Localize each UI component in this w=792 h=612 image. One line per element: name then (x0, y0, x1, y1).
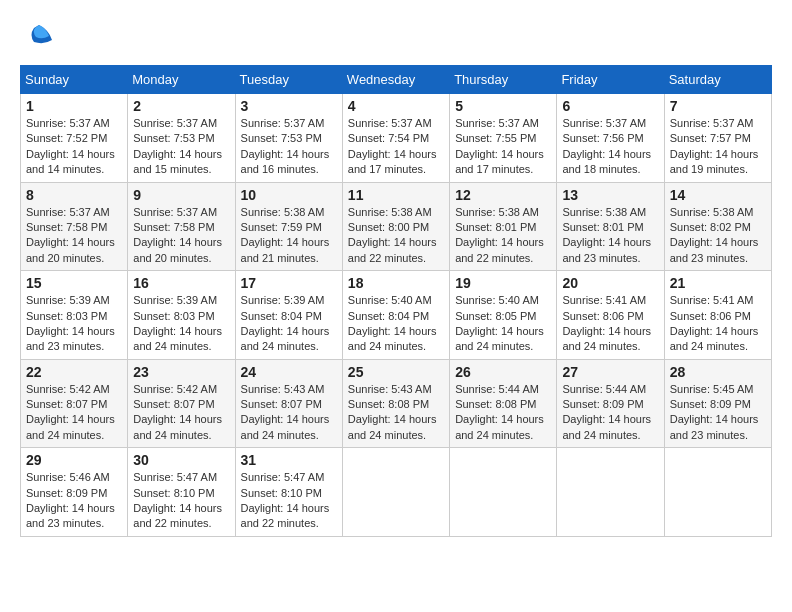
header-day-friday: Friday (557, 66, 664, 94)
day-number: 7 (670, 98, 766, 114)
day-number: 5 (455, 98, 551, 114)
day-info: Sunrise: 5:38 AMSunset: 8:01 PMDaylight:… (562, 205, 658, 267)
calendar-cell (450, 448, 557, 537)
day-number: 31 (241, 452, 337, 468)
day-number: 14 (670, 187, 766, 203)
day-number: 30 (133, 452, 229, 468)
calendar-cell: 1 Sunrise: 5:37 AMSunset: 7:52 PMDayligh… (21, 94, 128, 183)
day-number: 8 (26, 187, 122, 203)
day-number: 6 (562, 98, 658, 114)
calendar-cell: 4 Sunrise: 5:37 AMSunset: 7:54 PMDayligh… (342, 94, 449, 183)
calendar-cell: 9 Sunrise: 5:37 AMSunset: 7:58 PMDayligh… (128, 182, 235, 271)
calendar-cell: 15 Sunrise: 5:39 AMSunset: 8:03 PMDaylig… (21, 271, 128, 360)
week-row-3: 15 Sunrise: 5:39 AMSunset: 8:03 PMDaylig… (21, 271, 772, 360)
day-info: Sunrise: 5:37 AMSunset: 7:56 PMDaylight:… (562, 116, 658, 178)
calendar-cell: 18 Sunrise: 5:40 AMSunset: 8:04 PMDaylig… (342, 271, 449, 360)
calendar-cell (342, 448, 449, 537)
day-info: Sunrise: 5:37 AMSunset: 7:57 PMDaylight:… (670, 116, 766, 178)
day-info: Sunrise: 5:42 AMSunset: 8:07 PMDaylight:… (133, 382, 229, 444)
day-info: Sunrise: 5:40 AMSunset: 8:04 PMDaylight:… (348, 293, 444, 355)
page-container: SundayMondayTuesdayWednesdayThursdayFrid… (20, 20, 772, 537)
day-info: Sunrise: 5:45 AMSunset: 8:09 PMDaylight:… (670, 382, 766, 444)
day-number: 21 (670, 275, 766, 291)
day-number: 26 (455, 364, 551, 380)
day-info: Sunrise: 5:47 AMSunset: 8:10 PMDaylight:… (241, 470, 337, 532)
day-number: 17 (241, 275, 337, 291)
calendar-cell: 5 Sunrise: 5:37 AMSunset: 7:55 PMDayligh… (450, 94, 557, 183)
day-info: Sunrise: 5:37 AMSunset: 7:53 PMDaylight:… (133, 116, 229, 178)
calendar-cell: 17 Sunrise: 5:39 AMSunset: 8:04 PMDaylig… (235, 271, 342, 360)
calendar-cell: 19 Sunrise: 5:40 AMSunset: 8:05 PMDaylig… (450, 271, 557, 360)
day-info: Sunrise: 5:38 AMSunset: 8:01 PMDaylight:… (455, 205, 551, 267)
calendar-cell: 28 Sunrise: 5:45 AMSunset: 8:09 PMDaylig… (664, 359, 771, 448)
day-number: 15 (26, 275, 122, 291)
day-number: 19 (455, 275, 551, 291)
day-info: Sunrise: 5:42 AMSunset: 8:07 PMDaylight:… (26, 382, 122, 444)
calendar-cell: 12 Sunrise: 5:38 AMSunset: 8:01 PMDaylig… (450, 182, 557, 271)
day-number: 3 (241, 98, 337, 114)
calendar-cell: 8 Sunrise: 5:37 AMSunset: 7:58 PMDayligh… (21, 182, 128, 271)
calendar-cell: 11 Sunrise: 5:38 AMSunset: 8:00 PMDaylig… (342, 182, 449, 271)
day-number: 28 (670, 364, 766, 380)
calendar-cell: 26 Sunrise: 5:44 AMSunset: 8:08 PMDaylig… (450, 359, 557, 448)
logo-text (20, 20, 54, 55)
day-info: Sunrise: 5:39 AMSunset: 8:03 PMDaylight:… (133, 293, 229, 355)
day-number: 4 (348, 98, 444, 114)
day-number: 18 (348, 275, 444, 291)
day-info: Sunrise: 5:37 AMSunset: 7:52 PMDaylight:… (26, 116, 122, 178)
day-info: Sunrise: 5:38 AMSunset: 8:00 PMDaylight:… (348, 205, 444, 267)
day-info: Sunrise: 5:44 AMSunset: 8:08 PMDaylight:… (455, 382, 551, 444)
day-number: 1 (26, 98, 122, 114)
day-info: Sunrise: 5:37 AMSunset: 7:55 PMDaylight:… (455, 116, 551, 178)
day-info: Sunrise: 5:43 AMSunset: 8:07 PMDaylight:… (241, 382, 337, 444)
day-info: Sunrise: 5:37 AMSunset: 7:54 PMDaylight:… (348, 116, 444, 178)
day-number: 20 (562, 275, 658, 291)
day-info: Sunrise: 5:37 AMSunset: 7:58 PMDaylight:… (26, 205, 122, 267)
calendar-cell: 21 Sunrise: 5:41 AMSunset: 8:06 PMDaylig… (664, 271, 771, 360)
week-row-2: 8 Sunrise: 5:37 AMSunset: 7:58 PMDayligh… (21, 182, 772, 271)
week-row-4: 22 Sunrise: 5:42 AMSunset: 8:07 PMDaylig… (21, 359, 772, 448)
day-info: Sunrise: 5:43 AMSunset: 8:08 PMDaylight:… (348, 382, 444, 444)
day-number: 12 (455, 187, 551, 203)
day-number: 10 (241, 187, 337, 203)
calendar-cell: 31 Sunrise: 5:47 AMSunset: 8:10 PMDaylig… (235, 448, 342, 537)
day-number: 23 (133, 364, 229, 380)
day-number: 24 (241, 364, 337, 380)
day-info: Sunrise: 5:37 AMSunset: 7:53 PMDaylight:… (241, 116, 337, 178)
calendar-cell: 13 Sunrise: 5:38 AMSunset: 8:01 PMDaylig… (557, 182, 664, 271)
calendar-cell: 23 Sunrise: 5:42 AMSunset: 8:07 PMDaylig… (128, 359, 235, 448)
logo-icon (24, 20, 54, 50)
calendar-cell: 6 Sunrise: 5:37 AMSunset: 7:56 PMDayligh… (557, 94, 664, 183)
header (20, 20, 772, 55)
day-number: 29 (26, 452, 122, 468)
day-info: Sunrise: 5:46 AMSunset: 8:09 PMDaylight:… (26, 470, 122, 532)
header-day-tuesday: Tuesday (235, 66, 342, 94)
day-info: Sunrise: 5:41 AMSunset: 8:06 PMDaylight:… (562, 293, 658, 355)
week-row-5: 29 Sunrise: 5:46 AMSunset: 8:09 PMDaylig… (21, 448, 772, 537)
header-row: SundayMondayTuesdayWednesdayThursdayFrid… (21, 66, 772, 94)
header-day-wednesday: Wednesday (342, 66, 449, 94)
calendar-cell: 7 Sunrise: 5:37 AMSunset: 7:57 PMDayligh… (664, 94, 771, 183)
day-info: Sunrise: 5:39 AMSunset: 8:03 PMDaylight:… (26, 293, 122, 355)
calendar-cell: 10 Sunrise: 5:38 AMSunset: 7:59 PMDaylig… (235, 182, 342, 271)
day-number: 9 (133, 187, 229, 203)
day-number: 27 (562, 364, 658, 380)
header-day-thursday: Thursday (450, 66, 557, 94)
day-number: 2 (133, 98, 229, 114)
calendar-cell: 30 Sunrise: 5:47 AMSunset: 8:10 PMDaylig… (128, 448, 235, 537)
calendar-cell: 14 Sunrise: 5:38 AMSunset: 8:02 PMDaylig… (664, 182, 771, 271)
header-day-sunday: Sunday (21, 66, 128, 94)
calendar-cell (557, 448, 664, 537)
day-info: Sunrise: 5:39 AMSunset: 8:04 PMDaylight:… (241, 293, 337, 355)
calendar-cell: 2 Sunrise: 5:37 AMSunset: 7:53 PMDayligh… (128, 94, 235, 183)
calendar-cell: 29 Sunrise: 5:46 AMSunset: 8:09 PMDaylig… (21, 448, 128, 537)
day-number: 16 (133, 275, 229, 291)
calendar-cell: 20 Sunrise: 5:41 AMSunset: 8:06 PMDaylig… (557, 271, 664, 360)
day-number: 11 (348, 187, 444, 203)
calendar-cell: 3 Sunrise: 5:37 AMSunset: 7:53 PMDayligh… (235, 94, 342, 183)
calendar-cell: 25 Sunrise: 5:43 AMSunset: 8:08 PMDaylig… (342, 359, 449, 448)
day-info: Sunrise: 5:44 AMSunset: 8:09 PMDaylight:… (562, 382, 658, 444)
day-info: Sunrise: 5:37 AMSunset: 7:58 PMDaylight:… (133, 205, 229, 267)
calendar-cell: 22 Sunrise: 5:42 AMSunset: 8:07 PMDaylig… (21, 359, 128, 448)
day-info: Sunrise: 5:40 AMSunset: 8:05 PMDaylight:… (455, 293, 551, 355)
